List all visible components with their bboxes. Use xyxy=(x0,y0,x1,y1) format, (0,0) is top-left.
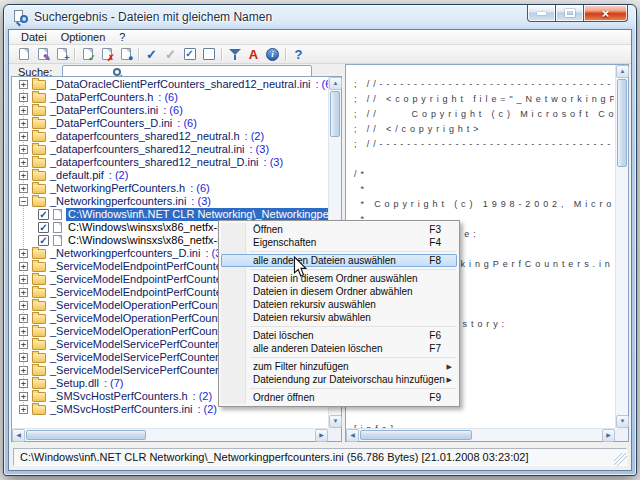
expander-icon[interactable]: + xyxy=(19,249,28,258)
file-icon xyxy=(53,222,62,233)
expander-icon[interactable]: + xyxy=(19,379,28,388)
scroll-left-icon[interactable]: ◀ xyxy=(346,429,359,442)
context-menu-item[interactable]: Ordner öffnen F9 xyxy=(221,391,457,404)
tree-item[interactable]: + _DataPerfCounters.h : (6) xyxy=(12,91,328,104)
open-file-button[interactable]: ✓ xyxy=(78,46,97,63)
expander-icon[interactable]: + xyxy=(19,353,28,362)
export-list-button[interactable]: ✎ xyxy=(33,46,52,63)
tree-item[interactable]: + _default.pif : (2) xyxy=(12,169,328,182)
expander-icon[interactable]: + xyxy=(19,171,28,180)
expander-icon[interactable]: + xyxy=(19,405,28,414)
context-menu-item[interactable]: Dateien rekursiv auswählen xyxy=(221,298,457,311)
context-menu-item[interactable]: Datei löschen F6 xyxy=(221,329,457,342)
tree-item[interactable]: + _DataOracleClientPerfCounters_shared12… xyxy=(12,78,328,91)
scrollbar-thumb[interactable] xyxy=(617,79,627,167)
tree-item-name: _ServiceModelEndpointPerfCounters.ini xyxy=(50,273,245,286)
scroll-down-icon[interactable]: ▼ xyxy=(329,415,342,428)
checkbox[interactable]: ✓ xyxy=(38,235,49,246)
context-menu-item[interactable]: Dateien rekursiv abwählen xyxy=(221,311,457,324)
context-menu-label: Dateien rekursiv abwählen xyxy=(253,312,371,323)
preview-line xyxy=(354,152,614,167)
expander-icon[interactable]: + xyxy=(19,275,28,284)
scroll-up-icon[interactable]: ▲ xyxy=(616,65,629,78)
expander-icon[interactable]: + xyxy=(19,392,28,401)
tree-item-count: : (6) xyxy=(190,182,210,195)
expander-icon[interactable]: + xyxy=(19,262,28,271)
close-button[interactable]: × xyxy=(584,5,628,22)
tree-item[interactable]: − _Networkingperfcounters.ini : (3) xyxy=(12,195,328,208)
toolbar-icon: ✓ xyxy=(83,48,93,60)
preview-horizontal-scrollbar[interactable]: ◀ ▶ xyxy=(346,428,615,441)
folder-icon xyxy=(32,106,46,116)
folder-icon xyxy=(32,249,46,259)
tree-item[interactable]: + _dataperfcounters_shared12_neutral.ini… xyxy=(12,143,328,156)
uncheck-selected-button[interactable] xyxy=(199,46,218,63)
expander-icon[interactable]: + xyxy=(19,106,28,115)
minimize-button[interactable] xyxy=(527,5,556,22)
delete-file-button[interactable]: ✗ xyxy=(97,46,116,63)
expander-icon[interactable]: + xyxy=(19,327,28,336)
expander-icon[interactable]: + xyxy=(19,158,28,167)
toolbar-icon: ✓ xyxy=(163,47,178,62)
preview-vertical-scrollbar[interactable]: ▲ ▼ xyxy=(615,65,628,428)
context-menu-item[interactable]: Öffnen F3 xyxy=(221,223,457,236)
scroll-right-icon[interactable]: ▶ xyxy=(602,429,615,442)
tree-item[interactable]: + _DataPerfCounters.ini : (6) xyxy=(12,104,328,117)
scroll-right-icon[interactable]: ▶ xyxy=(315,429,328,442)
expander-icon[interactable]: + xyxy=(19,314,28,323)
minimize-icon xyxy=(537,12,546,15)
context-menu-label: Ordner öffnen xyxy=(253,392,315,403)
resize-grip[interactable] xyxy=(614,453,627,466)
expander-icon[interactable]: + xyxy=(19,93,28,102)
tree-item-count: : (2) xyxy=(197,403,217,416)
menu-bar-item[interactable]: Optionen xyxy=(54,30,113,45)
tree-item[interactable]: + _dataperfcounters_shared12_neutral_D.i… xyxy=(12,156,328,169)
checkbox[interactable]: ✓ xyxy=(38,209,49,220)
tree-horizontal-scrollbar[interactable]: ◀ ▶ xyxy=(12,428,328,441)
scroll-left-icon[interactable]: ◀ xyxy=(12,429,25,442)
scrollbar-thumb[interactable] xyxy=(26,430,146,440)
context-menu-item[interactable]: alle anderen Dateien löschen F7 xyxy=(221,342,457,355)
expander-icon[interactable]: + xyxy=(19,132,28,141)
tree-item[interactable]: + _dataperfcounters_shared12_neutral.h :… xyxy=(12,130,328,143)
expander-icon[interactable]: + xyxy=(19,366,28,375)
expander-icon[interactable]: + xyxy=(19,340,28,349)
select-all-button[interactable]: ✓ xyxy=(142,46,161,63)
expander-icon[interactable]: + xyxy=(19,119,28,128)
context-menu-item[interactable]: Dateiendung zur Dateivorschau hinzufügen… xyxy=(221,373,457,386)
check-selected-button[interactable]: ✓ xyxy=(180,46,199,63)
expander-icon[interactable]: − xyxy=(19,197,28,206)
context-menu-item[interactable]: Eigenschaften F4 xyxy=(221,236,457,249)
context-menu-item[interactable]: Dateien in diesem Ordner auswählen xyxy=(221,272,457,285)
context-menu-label: Dateien rekursiv auswählen xyxy=(253,299,376,310)
menu-bar-item[interactable]: ? xyxy=(112,30,132,45)
checkbox[interactable]: ✓ xyxy=(38,222,49,233)
tree-item[interactable]: + _NetworkingPerfCounters.h : (6) xyxy=(12,182,328,195)
file-properties-button[interactable]: ● xyxy=(116,46,135,63)
context-menu-item[interactable]: Dateien in diesem Ordner abwählen xyxy=(221,285,457,298)
font-button[interactable]: A xyxy=(244,46,263,63)
context-menu-item[interactable]: zum Filter hinzufügen ▶ xyxy=(221,360,457,373)
maximize-button[interactable] xyxy=(556,5,584,22)
help-button[interactable]: ? xyxy=(289,46,308,63)
context-menu-separator xyxy=(250,269,456,270)
expander-icon[interactable]: + xyxy=(19,145,28,154)
title-bar[interactable]: Suchergebnis - Dateien mit gleichem Name… xyxy=(4,5,636,29)
scrollbar-thumb[interactable] xyxy=(360,430,472,440)
new-search-button[interactable] xyxy=(14,46,33,63)
deselect-all-button[interactable]: ✓ xyxy=(161,46,180,63)
context-menu-item[interactable]: alle anderen Dateien auswählen F8 xyxy=(221,254,457,267)
scroll-down-icon[interactable]: ▼ xyxy=(616,415,629,428)
scroll-up-icon[interactable]: ▲ xyxy=(329,77,342,90)
scrollbar-thumb[interactable] xyxy=(330,91,340,137)
tree-item[interactable]: + _DataPerfCounters_D.ini : (6) xyxy=(12,117,328,130)
info-button[interactable]: i xyxy=(263,46,282,63)
expander-icon[interactable]: + xyxy=(19,80,28,89)
expander-icon[interactable]: + xyxy=(19,288,28,297)
expander-icon[interactable]: + xyxy=(19,184,28,193)
menu-bar-item[interactable]: Datei xyxy=(14,30,54,45)
expander-icon[interactable]: + xyxy=(19,301,28,310)
folder-icon xyxy=(32,145,46,155)
copy-list-button[interactable]: + xyxy=(52,46,71,63)
filter-button[interactable] xyxy=(225,46,244,63)
